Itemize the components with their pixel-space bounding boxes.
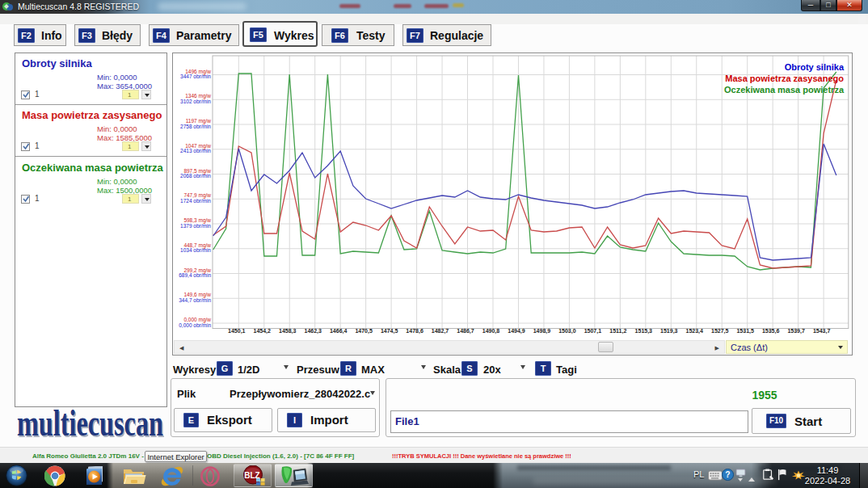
svg-text:multiecuscan: multiecuscan: [17, 407, 163, 444]
svg-text:?: ?: [725, 470, 730, 479]
